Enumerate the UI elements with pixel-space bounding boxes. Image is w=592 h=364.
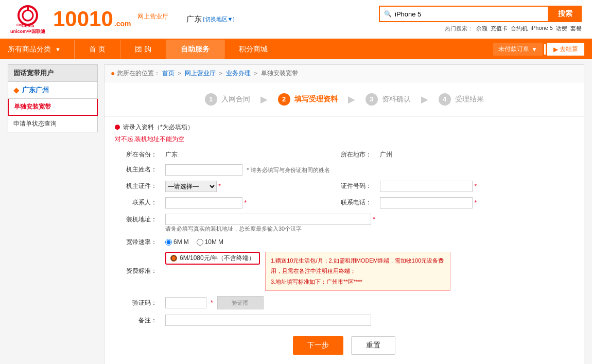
contact-label: 联系人： xyxy=(115,195,161,211)
owner-name-label: 机主姓名： xyxy=(115,162,161,178)
breadcrumb-service[interactable]: 业务办理 xyxy=(226,69,251,78)
sidebar-region: ◆ 广东广州 xyxy=(8,82,98,99)
fee-option-selected[interactable]: 6M/1080元/年（不含终端） xyxy=(165,252,260,265)
search-box: 🔍 搜索 xyxy=(379,6,582,22)
contact-row: 联系人： * 联系电话： * xyxy=(115,195,573,211)
phone-label: 联系电话： xyxy=(329,195,376,211)
address-input[interactable] xyxy=(165,214,371,225)
verify-label: 验证码： xyxy=(115,293,161,312)
nav-item-group[interactable]: 团 购 xyxy=(120,40,166,59)
region-selector[interactable]: 广东 [切换地区▼] xyxy=(186,14,235,24)
speed-10m-label[interactable]: 10MM xyxy=(197,238,223,246)
dropdown-icon: ▼ xyxy=(55,46,61,53)
verify-row: 验证码： * 验证图 xyxy=(115,293,573,312)
phone-input[interactable] xyxy=(380,197,473,209)
breadcrumb-current: 单独安装宽带 xyxy=(261,69,298,78)
speed-label: 宽带速率： xyxy=(115,235,161,249)
step-4-circle: 4 xyxy=(439,93,451,106)
checkout-button[interactable]: ▶ 去结算 xyxy=(547,43,584,56)
verify-input[interactable] xyxy=(165,297,206,308)
form-table: 所在省份： 广东 所在地市： 广州 机主姓名： * 请务必填写与身份证相同的姓名… xyxy=(115,148,573,329)
logo-area: China China unicom中国联通 10010 .com 网上营业厅 … xyxy=(10,4,235,34)
site-logo: 10010 .com xyxy=(53,8,131,30)
step-2: 2 填写受理资料 xyxy=(268,90,348,109)
next-button[interactable]: 下一步 xyxy=(293,336,343,355)
speed-10m-radio[interactable] xyxy=(197,239,203,246)
step-4: 4 受理结果 xyxy=(428,90,494,109)
fee-radio[interactable] xyxy=(170,255,177,262)
hot-search: 热门搜索： 余额 充值卡 合约机 iPhone 5 话费 套餐 xyxy=(445,25,582,32)
contact-input[interactable] xyxy=(165,197,242,209)
form-section: 请录入资料（*为必填项） 对不起,装机地址不能为空 所在省份： 广东 所在地市：… xyxy=(105,117,584,364)
step-1: 1 入网合同 xyxy=(195,90,260,109)
remark-label: 备注： xyxy=(115,312,161,328)
owner-name-input[interactable] xyxy=(165,164,242,176)
nav-items: 首 页 团 购 自助服务 积分商城 xyxy=(75,40,493,59)
id-row: 机主证件： —请选择— * 证件号码： * xyxy=(115,178,573,195)
address-row: 装机地址： * 请务必填写真实的装机地址，总长度最多输入30个汉字 xyxy=(115,211,573,235)
checkout-icon: ▶ xyxy=(553,46,558,53)
steps-bar: 1 入网合同 ▶ 2 填写受理资料 ▶ 3 资料确认 ▶ 4 受理结果 xyxy=(105,82,584,117)
region-text: 广东广州 xyxy=(22,85,49,95)
header: China China unicom中国联通 10010 .com 网上营业厅 … xyxy=(0,0,592,40)
diamond-icon: ◆ xyxy=(13,85,20,95)
speed-options: 6MM 10MM xyxy=(165,238,569,246)
city-label: 所在地市： xyxy=(329,148,376,162)
owner-name-hint: * 请务必填写与身份证相同的姓名 xyxy=(247,167,329,173)
step-3-circle: 3 xyxy=(365,93,378,106)
search-icon: 🔍 xyxy=(384,10,392,18)
form-buttons: 下一步 重置 xyxy=(115,328,573,362)
nav-item-points[interactable]: 积分商城 xyxy=(224,40,282,59)
step-divider-3: ▶ xyxy=(421,94,428,105)
checkout-divider xyxy=(544,44,546,55)
nav-bar: 所有商品分类 ▼ 首 页 团 购 自助服务 积分商城 未付款订单 ▼ ▶ 去结算 xyxy=(0,40,592,59)
reset-button[interactable]: 重置 xyxy=(351,336,395,355)
remark-input[interactable] xyxy=(165,315,371,326)
id-type-select[interactable]: —请选择— xyxy=(165,181,217,192)
sidebar: 固话宽带用户 ◆ 广东广州 单独安装宽带 申请单状态查询 xyxy=(8,64,98,364)
step-1-label: 入网合同 xyxy=(221,95,250,104)
speed-row: 宽带速率： 6MM 10MM xyxy=(115,235,573,249)
fee-row: 资费标准： 6M/1080元/年（不含终端） 1.赠送10元生活包/月；2.如需… xyxy=(115,249,573,294)
step-2-circle: 2 xyxy=(278,93,290,106)
address-hint: 请务必填写真实的装机地址，总长度最多输入30个汉字 xyxy=(165,226,302,232)
sidebar-title: 固话宽带用户 xyxy=(8,64,98,82)
speed-6m-radio[interactable] xyxy=(165,239,172,246)
main-content: ● 您所在的位置： 首页 ＞ 网上营业厅 ＞ 业务办理 ＞ 单独安装宽带 1 入… xyxy=(104,64,584,364)
required-dot-icon xyxy=(115,125,120,130)
step-1-circle: 1 xyxy=(205,93,217,106)
pending-orders[interactable]: 未付款订单 ▼ xyxy=(493,43,543,56)
nav-all-categories[interactable]: 所有商品分类 ▼ xyxy=(0,40,75,59)
nav-item-home[interactable]: 首 页 xyxy=(75,40,120,59)
remark-row: 备注： xyxy=(115,312,573,328)
province-value: 广东 xyxy=(161,148,329,162)
search-input[interactable] xyxy=(395,7,544,21)
sidebar-item-install-broadband[interactable]: 单独安装宽带 xyxy=(8,99,98,116)
step-divider-2: ▶ xyxy=(348,94,355,105)
address-label: 装机地址： xyxy=(115,211,161,235)
unicom-logo: China China unicom中国联通 xyxy=(10,4,45,34)
breadcrumb: ● 您所在的位置： 首页 ＞ 网上营业厅 ＞ 业务办理 ＞ 单独安装宽带 xyxy=(105,65,584,82)
province-city-row: 所在省份： 广东 所在地市： 广州 xyxy=(115,148,573,162)
id-number-input[interactable] xyxy=(380,181,473,192)
id-number-label: 证件号码： xyxy=(329,178,376,195)
search-area: 🔍 搜索 热门搜索： 余额 充值卡 合约机 iPhone 5 话费 套餐 xyxy=(379,6,582,32)
breadcrumb-icon: ● xyxy=(111,69,115,77)
fee-value: 6M/1080元/年（不含终端） xyxy=(180,254,255,263)
city-value: 广州 xyxy=(376,148,573,162)
svg-point-1 xyxy=(23,10,33,21)
breadcrumb-hall[interactable]: 网上营业厅 xyxy=(185,69,216,78)
step-4-label: 受理结果 xyxy=(455,95,484,104)
id-required-star: * xyxy=(218,183,221,190)
sidebar-item-query[interactable]: 申请单状态查询 xyxy=(8,116,98,132)
step-divider-1: ▶ xyxy=(260,94,268,105)
breadcrumb-home[interactable]: 首页 xyxy=(162,69,175,78)
speed-6m-label[interactable]: 6MM xyxy=(165,238,189,246)
nav-right: 未付款订单 ▼ ▶ 去结算 xyxy=(493,43,592,56)
error-message: 对不起,装机地址不能为空 xyxy=(115,135,573,144)
site-tagline: 网上营业厅 xyxy=(137,12,168,21)
search-button[interactable]: 搜索 xyxy=(549,6,582,22)
nav-item-self-service[interactable]: 自助服务 xyxy=(166,40,224,59)
form-required-notice: 请录入资料（*为必填项） xyxy=(115,123,573,132)
dropdown-arrow-icon: ▼ xyxy=(531,46,537,53)
